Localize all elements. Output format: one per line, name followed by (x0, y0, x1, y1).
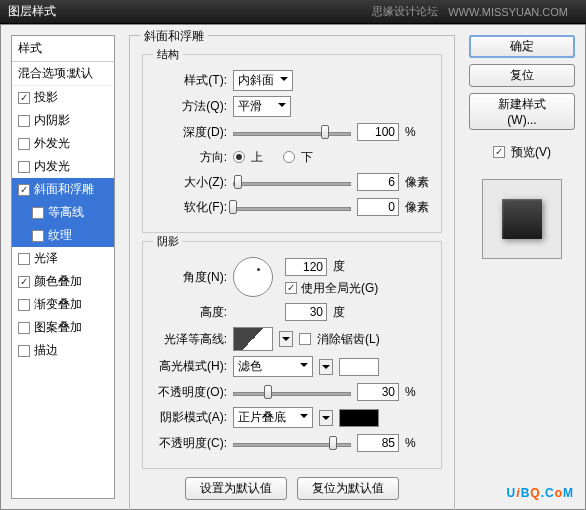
checkbox-inner-glow[interactable] (18, 161, 30, 173)
center-panel: 斜面和浮雕 结构 样式(T): 内斜面 方法(Q): 平滑 深度(D): 100… (125, 35, 459, 499)
hopacity-input[interactable]: 30 (357, 383, 399, 401)
forum-label: 思缘设计论坛 (372, 4, 438, 19)
global-light-checkbox[interactable] (285, 282, 297, 294)
style-label: 渐变叠加 (34, 296, 82, 313)
gloss-contour[interactable] (233, 327, 273, 351)
depth-unit: % (405, 125, 429, 139)
reset-default-button[interactable]: 复位为默认值 (297, 477, 399, 500)
antialias-label: 消除锯齿(L) (317, 331, 380, 348)
soften-unit: 像素 (405, 199, 429, 216)
depth-slider[interactable] (233, 124, 351, 140)
preview-checkbox[interactable] (493, 146, 505, 158)
technique-select[interactable]: 平滑 (233, 96, 291, 117)
hopacity-slider[interactable] (233, 384, 351, 400)
style-item-inner-glow[interactable]: 内发光 (12, 155, 114, 178)
style-item-inner-shadow[interactable]: 内阴影 (12, 109, 114, 132)
style-item-stroke[interactable]: 描边 (12, 339, 114, 362)
angle-control[interactable] (233, 257, 273, 297)
preview-label: 预览(V) (511, 144, 551, 161)
shading-group: 阴影 角度(N): 120 度 使用全局光(G) (142, 241, 442, 469)
titlebar: 图层样式 思缘设计论坛 WWW.MISSYUAN.COM (0, 0, 586, 24)
checkbox-satin[interactable] (18, 253, 30, 265)
preview-box (482, 179, 562, 259)
sopacity-input[interactable]: 85 (357, 434, 399, 452)
new-style-button[interactable]: 新建样式(W)... (469, 93, 575, 130)
style-label: 内发光 (34, 158, 70, 175)
checkbox-texture[interactable] (32, 230, 44, 242)
checkbox-bevel-emboss[interactable] (18, 184, 30, 196)
direction-up-radio[interactable] (233, 151, 245, 163)
style-select[interactable]: 内斜面 (233, 70, 293, 91)
smode-dropdown[interactable] (319, 410, 333, 426)
angle-input[interactable]: 120 (285, 258, 327, 276)
style-item-bevel-emboss[interactable]: 斜面和浮雕 (12, 178, 114, 201)
sopacity-unit: % (405, 436, 429, 450)
size-slider[interactable] (233, 174, 351, 190)
highlight-color[interactable] (339, 358, 379, 376)
size-label: 大小(Z): (155, 174, 227, 191)
direction-down-label: 下 (301, 149, 313, 166)
antialias-checkbox[interactable] (299, 333, 311, 345)
reset-button[interactable]: 复位 (469, 64, 575, 87)
angle-unit: 度 (333, 258, 357, 275)
shadow-color[interactable] (339, 409, 379, 427)
forum-url: WWW.MISSYUAN.COM (448, 6, 568, 18)
checkbox-inner-shadow[interactable] (18, 115, 30, 127)
shading-title: 阴影 (153, 234, 183, 249)
style-item-contour[interactable]: 等高线 (12, 201, 114, 224)
soften-slider[interactable] (233, 199, 351, 215)
preview-swatch (502, 199, 542, 239)
style-item-gradient-overlay[interactable]: 渐变叠加 (12, 293, 114, 316)
gloss-label: 光泽等高线: (155, 331, 227, 348)
gloss-dropdown[interactable] (279, 331, 293, 347)
style-item-outer-glow[interactable]: 外发光 (12, 132, 114, 155)
altitude-unit: 度 (333, 304, 357, 321)
structure-title: 结构 (153, 47, 183, 62)
window-title: 图层样式 (8, 3, 372, 20)
hmode-dropdown[interactable] (319, 359, 333, 375)
size-unit: 像素 (405, 174, 429, 191)
soften-input[interactable]: 0 (357, 198, 399, 216)
bevel-group-title: 斜面和浮雕 (140, 28, 208, 45)
ok-button[interactable]: 确定 (469, 35, 575, 58)
style-item-texture[interactable]: 纹理 (12, 224, 114, 247)
sopacity-label: 不透明度(C): (155, 435, 227, 452)
depth-label: 深度(D): (155, 124, 227, 141)
altitude-label: 高度: (155, 304, 227, 321)
checkbox-color-overlay[interactable] (18, 276, 30, 288)
size-input[interactable]: 6 (357, 173, 399, 191)
bevel-group: 斜面和浮雕 结构 样式(T): 内斜面 方法(Q): 平滑 深度(D): 100… (129, 35, 455, 510)
global-light-label: 使用全局光(G) (301, 280, 378, 297)
style-item-pattern-overlay[interactable]: 图案叠加 (12, 316, 114, 339)
direction-down-radio[interactable] (283, 151, 295, 163)
direction-up-label: 上 (251, 149, 263, 166)
style-label: 投影 (34, 89, 58, 106)
soften-label: 软化(F): (155, 199, 227, 216)
style-label: 样式(T): (155, 72, 227, 89)
hopacity-unit: % (405, 385, 429, 399)
style-label: 图案叠加 (34, 319, 82, 336)
checkbox-gradient-overlay[interactable] (18, 299, 30, 311)
checkbox-stroke[interactable] (18, 345, 30, 357)
checkbox-outer-glow[interactable] (18, 138, 30, 150)
dialog-body: 样式 混合选项:默认 投影 内阴影 外发光 内发光 斜面和浮雕 等高线 (0, 24, 586, 510)
style-item-color-overlay[interactable]: 颜色叠加 (12, 270, 114, 293)
depth-input[interactable]: 100 (357, 123, 399, 141)
checkbox-pattern-overlay[interactable] (18, 322, 30, 334)
checkbox-drop-shadow[interactable] (18, 92, 30, 104)
watermark: UiBQ.CoM (507, 473, 574, 504)
checkbox-contour[interactable] (32, 207, 44, 219)
hmode-select[interactable]: 滤色 (233, 356, 313, 377)
style-item-drop-shadow[interactable]: 投影 (12, 86, 114, 109)
angle-label: 角度(N): (155, 269, 227, 286)
styles-header: 样式 (12, 36, 114, 62)
direction-label: 方向: (155, 149, 227, 166)
style-item-satin[interactable]: 光泽 (12, 247, 114, 270)
footer-buttons: 设置为默认值 复位为默认值 (142, 477, 442, 500)
make-default-button[interactable]: 设置为默认值 (185, 477, 287, 500)
altitude-input[interactable]: 30 (285, 303, 327, 321)
smode-select[interactable]: 正片叠底 (233, 407, 313, 428)
blending-options-label: 混合选项:默认 (18, 65, 93, 82)
blending-options-row[interactable]: 混合选项:默认 (12, 62, 114, 86)
sopacity-slider[interactable] (233, 435, 351, 451)
